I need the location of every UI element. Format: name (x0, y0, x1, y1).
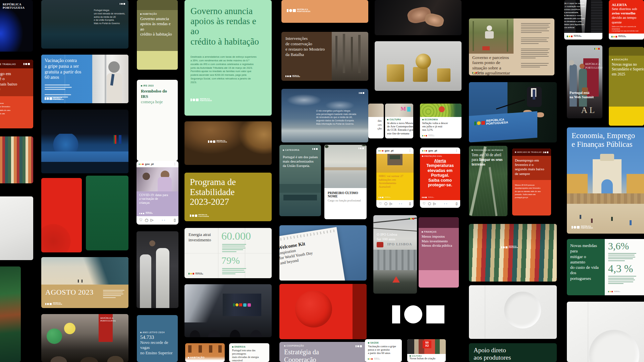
tile-ppe-photo[interactable] (137, 231, 178, 308)
tile-cathedral-photo[interactable]: REPÚBLICA PORTUGUESA (184, 121, 272, 165)
tile-reembolso-irs-card[interactable]: IRS 2023 Reembolso do IRS começa hoje (137, 80, 178, 161)
tile-coast-aerial-photo[interactable]: Portugal integra um nível elevado de ren… (41, 0, 128, 49)
tile-economia-emprego-photo[interactable]: Economia, Emprego e Finanças Públicas RE… (567, 127, 644, 234)
tile-alerta-vermelho-card[interactable]: ALERTA Sete distritos sob aviso vermelho… (609, 0, 644, 40)
tile-ihru-instagram-post[interactable]: gov_pt ⋮ IHRU vai sortear 27 habitações … (376, 147, 414, 208)
more-menu-icon[interactable]: ⋮ (455, 149, 458, 152)
tile-fringes-photo-left[interactable] (0, 136, 33, 183)
bookmark-icon[interactable]: ▯ (174, 218, 176, 222)
tile-brand-blue-photo[interactable]: REPÚBLICA PORTUGUESA (0, 0, 33, 52)
republica-portuguesa-logo-icon: REPÚBLICA PORTUGUESA (422, 135, 435, 136)
bookmark-icon[interactable]: ▯ (409, 202, 411, 205)
tile-red-abstract[interactable] (279, 284, 367, 339)
comment-icon[interactable]: ◯ (428, 202, 431, 205)
republica-portuguesa-logo-icon: REPÚBLICA PORTUGUESA (139, 213, 153, 215)
tile-estrategia-cooperacao-card[interactable]: COOPERAÇÃO Estratégia da Cooperação (279, 342, 367, 362)
like-icon[interactable]: ♡ (379, 202, 382, 205)
tile-alerta-instagram-post[interactable]: gov_pt ⋮ PROTEÇÃO CIVIL Alerta Temperatu… (420, 147, 460, 208)
tile-business-card-mockup[interactable]: PRIMEIRO ÚLTIMO NOME Cargo ou função pro… (324, 145, 367, 219)
comment-icon[interactable]: ◯ (384, 202, 387, 205)
tile-seascape-photo[interactable]: O mix energético português integra uma p… (281, 89, 368, 142)
tile-podium-photo[interactable]: REPÚBLICA PORTUGUESA (469, 82, 557, 142)
carousel-dots: • • (156, 219, 171, 221)
card-body: Menos 28 619 pessoas desempregadas este … (512, 180, 551, 202)
republica-portuguesa-logo-icon (543, 152, 549, 153)
tile-gold-objects-photo[interactable] (375, 41, 462, 91)
more-menu-icon[interactable]: ⋮ (409, 149, 411, 152)
card-stats-panel: 3,6% 4,3 % REPÚBLICA PORTUGUESA (605, 239, 644, 295)
tile-gray-emboss[interactable] (469, 285, 557, 339)
tile-energia-infographic-card[interactable]: Energia atrai investimento 60.000 79% RE… (184, 228, 272, 278)
republica-portuguesa-logo-icon: REPÚBLICA PORTUGUESA (189, 273, 203, 275)
tile-novas-regras-card[interactable]: EDUCAÇÃO Novas regras no Secundário e Su… (609, 47, 644, 126)
tile-logomark-shapes[interactable] (375, 298, 462, 331)
tile-apoio-produtores-card[interactable]: Apoio direto aos produtores (469, 343, 557, 362)
republica-portuguesa-logo-icon: REPÚBLICA PORTUGUESA (474, 118, 508, 127)
card-title: Inflação volta a descer em julho e já es… (422, 121, 459, 132)
tile-websummit-tent-photo[interactable] (184, 284, 272, 337)
tile-red-block[interactable] (41, 178, 82, 252)
more-menu-icon[interactable]: ⋮ (173, 163, 176, 166)
tile-websummit-people-photo[interactable]: REPÚBLICA PORTUGUESA Portugal está na We… (567, 45, 602, 118)
tile-50x2-bolsas-card[interactable]: 50 X2 CULTURA Novas bolsas de criação (407, 339, 446, 362)
card-title: Energia atrai investimento (189, 232, 211, 243)
tile-mosteiro-batalha-card[interactable]: Intervenções de conservação e restauro n… (281, 32, 368, 81)
bookmark-icon[interactable]: ▯ (455, 202, 458, 205)
card-title: Novas regras no Secundário e Superior em… (612, 62, 644, 76)
signage-letters: AL (581, 105, 597, 115)
tile-fringes-photo-big[interactable]: REPÚBLICA PORTUGUESA (469, 224, 557, 282)
tile-habitacao-olive-card[interactable]: HABITAÇÃO Governo anuncia apoios às rend… (137, 0, 178, 70)
red-banner: REPÚBLICA PORTUGUESA (99, 314, 113, 342)
tile-renovaveis-card[interactable]: ENERGIA Portugal tem uma das percentagen… (229, 343, 269, 362)
tile-conference-photo[interactable] (41, 110, 128, 173)
account-handle: gov_pt (385, 149, 393, 152)
share-icon[interactable]: ▷ (433, 202, 436, 205)
tile-54733-vagas-card[interactable]: ANO LETIVO 23/24 54.733 Novo recorde de … (137, 315, 178, 362)
tile-welcome-kit-photo[interactable]: Welcome Kit Inspiration for World Youth … (279, 225, 367, 281)
tile-agosto-2023-card[interactable]: AGOSTO 2023 REPÚBLICA PORTUGUESA (41, 257, 128, 308)
like-icon[interactable]: ♡ (139, 218, 143, 222)
tile-inflacao-card[interactable]: ECONOMIA Inflação volta a descer em julh… (420, 104, 462, 138)
tile-rendas-mint-card[interactable]: Governo anuncia apoios às rendas e ao cr… (184, 0, 272, 116)
comment-icon[interactable]: ◯ (145, 219, 148, 222)
tile-desemprego-card-left[interactable]: MERCADO DE TRABALHO Desemprego em fevere… (0, 60, 33, 128)
tile-green-abstract-left[interactable] (0, 266, 21, 362)
tile-facade-orange-card[interactable]: HABITAÇÃO (185, 343, 225, 362)
instagram-actions: ♡ ◯ ▷ • • ▯ (376, 200, 414, 208)
card-title: Vacinação contra a gripe passa a ser gra… (368, 345, 399, 355)
tile-deucalion-photo-card[interactable]: A computação é capaz de realizar simulaç… (564, 0, 602, 40)
tile-orange-logo-card[interactable]: REPÚBLICA PORTUGUESA (281, 0, 368, 23)
tile-vacinacao-gripe-blue-card[interactable]: Vacinação contra a gripe passa a ser gra… (41, 55, 128, 103)
stat-number: 54.733 (140, 335, 174, 340)
tile-crowd-balloons-photo[interactable]: REPÚBLICA PORTUGUESA (41, 314, 128, 362)
share-icon[interactable]: ▷ (390, 202, 392, 205)
tile-agroalimentar-card[interactable]: Governo e parceiros fazem ponto de situa… (469, 18, 554, 75)
logo-circle-shape (404, 305, 422, 323)
republica-portuguesa-logo-icon (23, 63, 30, 65)
share-icon[interactable]: ▷ (151, 218, 153, 222)
tile-white-emboss[interactable] (567, 302, 644, 362)
tile-programa-estabilidade-card[interactable]: Programa de Estabilidade 2023-2027 REPÚB… (184, 173, 272, 221)
tile-museu-ccb-card[interactable]: M CULTURA Já abriu o novo Museu de Arte … (385, 104, 413, 138)
tile-desemprego-card[interactable]: MERCADO DE TRABALHO Desemprego em fevere… (512, 148, 551, 216)
tile-white-gradient-left[interactable] (0, 196, 33, 260)
photo-caption: O IPO Lisboa faz 100 anos (377, 232, 397, 242)
instagram-actions: ♡ ◯ ▷ • • ▯ (420, 200, 460, 208)
tile-vacinacao-white-card[interactable]: SAÚDE Vacinação contra a gripe passa a s… (365, 339, 402, 362)
tile-limpeza-terrenos-photo-card[interactable]: PREVENÇÃO DE INCÊNDIOS Tem até 30 de abr… (469, 146, 507, 216)
avatar (379, 150, 383, 152)
tile-green-block[interactable] (86, 176, 128, 250)
tile-covid-instagram-post[interactable]: gov_pt ⋮ COVID-19: datas para a vacinaçã… (137, 161, 178, 225)
tile-novas-medidas-card[interactable]: Novas medidas para mitigar o aumento do … (567, 239, 644, 295)
tile-hands-photo[interactable] (375, 0, 462, 35)
card-title: Programa de Estabilidade 2023-2027 (190, 177, 266, 207)
republica-portuguesa-logo-icon: REPÚBLICA PORTUGUESA (472, 72, 485, 74)
tile-ipo-lisboa-photo[interactable]: IPO LISBOA O IPO Lisboa faz 100 anos (373, 215, 417, 294)
republica-portuguesa-logo-icon: REPÚBLICA PORTUGUESA (287, 9, 311, 12)
like-icon[interactable]: ♡ (423, 202, 426, 205)
card-text-panel: Novas medidas para mitigar o aumento do … (567, 239, 605, 295)
republica-portuguesa-logo-icon: REPÚBLICA PORTUGUESA (422, 197, 434, 198)
tile-menos-impostos-card[interactable]: FINANÇAS Menos impostos Mais investiment… (419, 217, 459, 288)
tile-descarbonizados-photo-card[interactable]: CATEGORIA Portugal é um dos países mais … (279, 145, 321, 216)
tile-culture-card-sliver[interactable]: das ces ção (368, 104, 384, 138)
